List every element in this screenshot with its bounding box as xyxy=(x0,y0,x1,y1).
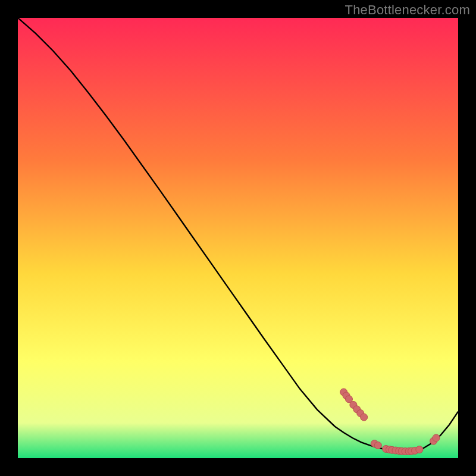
gradient-background xyxy=(18,18,458,458)
data-point xyxy=(374,442,381,449)
chart-stage: TheBottlenecker.com xyxy=(0,0,476,476)
plot-area xyxy=(18,18,458,458)
data-point xyxy=(416,446,423,453)
watermark-text: TheBottlenecker.com xyxy=(345,2,470,18)
chart-svg xyxy=(18,18,458,458)
data-point xyxy=(361,414,368,421)
data-point xyxy=(433,434,440,441)
